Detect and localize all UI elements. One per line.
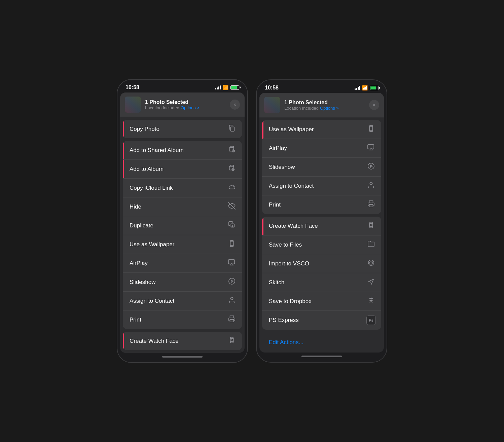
dropbox-icon bbox=[366, 297, 376, 306]
slideshow-left-label: Slideshow bbox=[130, 279, 227, 286]
menu-group-1-right: Use as Wallpaper AirPlay Slideshow Assig… bbox=[262, 120, 381, 214]
svg-point-13 bbox=[229, 278, 235, 284]
airplay-left-icon bbox=[227, 259, 237, 268]
status-bar-right: 10:58 📶 bbox=[257, 80, 387, 93]
svg-point-28 bbox=[370, 182, 372, 185]
menu-item-ps-express[interactable]: PS Express Ps bbox=[262, 311, 381, 330]
menu-item-skitch[interactable]: Skitch bbox=[262, 273, 381, 292]
ps-express-label: PS Express bbox=[269, 317, 366, 324]
dropbox-label: Save to Dropbox bbox=[269, 298, 366, 305]
menu-item-save-files[interactable]: Save to Files bbox=[262, 235, 381, 254]
menu-item-vsco[interactable]: Import to VSCO bbox=[262, 254, 381, 273]
menu-item-contact-right[interactable]: Assign to Contact bbox=[262, 177, 381, 195]
svg-point-37 bbox=[371, 262, 371, 263]
svg-rect-29 bbox=[369, 205, 373, 207]
menu-group-3-left: Create Watch Face bbox=[123, 332, 242, 350]
close-button-right[interactable]: × bbox=[369, 100, 379, 110]
svg-point-26 bbox=[368, 163, 374, 169]
menu-item-wallpaper-right[interactable]: Use as Wallpaper bbox=[262, 120, 381, 139]
ps-express-icon: Ps bbox=[366, 316, 376, 325]
battery-icon-right bbox=[370, 86, 379, 90]
menu-item-airplay-right[interactable]: AirPlay bbox=[262, 139, 381, 158]
header-sub-right: Location Included Options > bbox=[284, 106, 365, 111]
print-right-label: Print bbox=[269, 201, 366, 208]
wifi-icon-left: 📶 bbox=[223, 85, 228, 90]
status-icons-left: 📶 bbox=[215, 85, 240, 90]
save-files-icon bbox=[366, 240, 376, 249]
add-shared-album-label: Add to Shared Album bbox=[130, 147, 227, 154]
menu-item-contact-left[interactable]: Assign to Contact bbox=[123, 292, 242, 310]
menu-item-watch-face-right[interactable]: Create Watch Face bbox=[262, 217, 381, 235]
header-text-left: 1 Photo Selected Location Included Optio… bbox=[145, 99, 226, 110]
watch-face-right-label: Create Watch Face bbox=[269, 223, 366, 229]
accent-bar bbox=[123, 160, 124, 178]
contact-left-label: Assign to Contact bbox=[130, 298, 227, 304]
svg-rect-22 bbox=[369, 125, 372, 132]
copy-photo-icon bbox=[227, 124, 237, 134]
save-files-label: Save to Files bbox=[269, 242, 366, 248]
menu-item-print-right[interactable]: Print bbox=[262, 195, 381, 214]
close-button-left[interactable]: × bbox=[230, 100, 240, 110]
wifi-icon-right: 📶 bbox=[362, 85, 368, 90]
home-indicator-right bbox=[257, 353, 387, 362]
svg-marker-27 bbox=[370, 165, 372, 167]
add-album-icon bbox=[227, 164, 237, 174]
menu-item-add-album[interactable]: Add to Album bbox=[123, 160, 242, 179]
hide-icon bbox=[227, 202, 237, 211]
photo-thumbnail-left bbox=[125, 97, 141, 113]
share-sheet-left: 1 Photo Selected Location Included Optio… bbox=[120, 93, 245, 353]
menu-item-copy-icloud[interactable]: Copy iCloud Link bbox=[123, 179, 242, 197]
menu-item-wallpaper-left[interactable]: Use as Wallpaper bbox=[123, 235, 242, 254]
skitch-label: Skitch bbox=[269, 279, 366, 286]
airplay-right-label: AirPlay bbox=[269, 145, 366, 152]
accent-bar bbox=[123, 332, 124, 350]
battery-icon-left bbox=[230, 85, 239, 90]
contact-right-label: Assign to Contact bbox=[269, 183, 366, 189]
airplay-left-label: AirPlay bbox=[130, 260, 227, 267]
hide-label: Hide bbox=[130, 204, 227, 210]
menu-item-add-shared-album[interactable]: Add to Shared Album bbox=[123, 141, 242, 160]
svg-rect-0 bbox=[230, 127, 234, 131]
menu-item-slideshow-right[interactable]: Slideshow bbox=[262, 158, 381, 177]
left-phone: 10:58 📶 1 Photo Selected Location Includ… bbox=[117, 79, 248, 363]
share-header-left: 1 Photo Selected Location Included Optio… bbox=[120, 93, 245, 117]
menu-item-dropbox[interactable]: Save to Dropbox bbox=[262, 292, 381, 311]
accent-bar bbox=[262, 120, 263, 139]
svg-rect-16 bbox=[230, 320, 234, 322]
status-icons-right: 📶 bbox=[355, 85, 379, 90]
slideshow-left-icon bbox=[227, 278, 237, 287]
options-link-right[interactable]: Options > bbox=[320, 106, 339, 111]
menu-group-2-right: Create Watch Face Save to Files Import t… bbox=[262, 217, 381, 330]
print-left-label: Print bbox=[130, 317, 227, 323]
menu-item-print-left[interactable]: Print bbox=[123, 310, 242, 329]
watch-face-left-label: Create Watch Face bbox=[130, 338, 227, 344]
options-link-left[interactable]: Options > bbox=[181, 105, 200, 110]
copy-photo-label: Copy Photo bbox=[130, 126, 227, 133]
header-sub-left: Location Included Options > bbox=[145, 105, 226, 110]
signal-icon-left bbox=[215, 85, 221, 89]
edit-actions-container: Edit Actions... bbox=[259, 332, 384, 353]
svg-point-15 bbox=[230, 297, 233, 300]
share-header-right: 1 Photo Selected Location Included Optio… bbox=[259, 93, 384, 117]
add-album-label: Add to Album bbox=[130, 166, 227, 173]
header-title-left: 1 Photo Selected bbox=[145, 99, 226, 105]
time-left: 10:58 bbox=[125, 84, 139, 90]
wallpaper-left-label: Use as Wallpaper bbox=[130, 241, 227, 248]
svg-marker-12 bbox=[230, 263, 233, 265]
accent-bar bbox=[123, 120, 124, 138]
menu-item-hide[interactable]: Hide bbox=[123, 197, 242, 216]
menu-group-2-left: Add to Shared Album Add to Album Copy iC… bbox=[123, 141, 242, 329]
svg-rect-9 bbox=[230, 241, 233, 247]
menu-item-copy-photo[interactable]: Copy Photo bbox=[123, 120, 242, 138]
home-indicator-left bbox=[117, 353, 247, 362]
edit-actions-button[interactable]: Edit Actions... bbox=[262, 334, 381, 351]
accent-bar bbox=[123, 141, 124, 159]
duplicate-icon bbox=[227, 221, 237, 230]
menu-item-slideshow-left[interactable]: Slideshow bbox=[123, 273, 242, 292]
airplay-right-icon bbox=[366, 144, 376, 153]
menu-item-duplicate[interactable]: Duplicate bbox=[123, 216, 242, 235]
menu-group-1-left: Copy Photo bbox=[123, 120, 242, 138]
menu-item-watch-face-left[interactable]: Create Watch Face bbox=[123, 332, 242, 350]
wallpaper-right-icon bbox=[366, 125, 376, 134]
menu-item-airplay-left[interactable]: AirPlay bbox=[123, 254, 242, 273]
